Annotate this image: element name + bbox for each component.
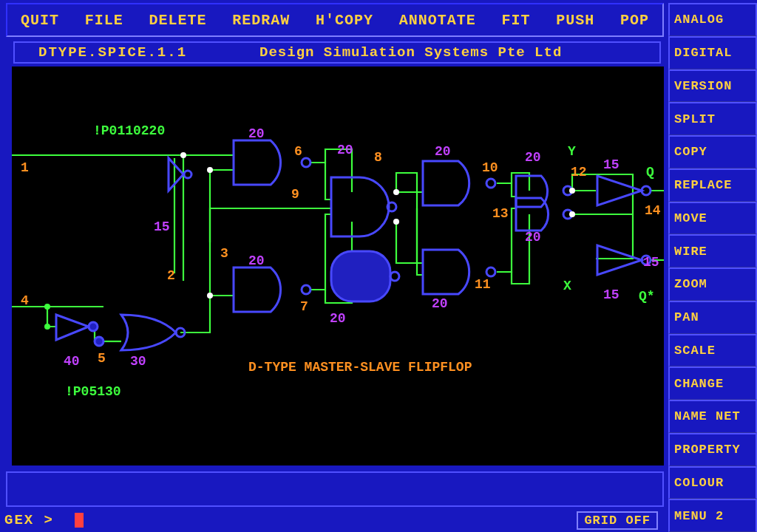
- fanout: 15: [154, 219, 170, 234]
- side-version[interactable]: VERSION: [668, 69, 757, 103]
- pin-number: 10: [482, 160, 498, 175]
- svg-point-19: [393, 219, 399, 225]
- title-bar: DTYPE.SPICE.1.1 Design Simulation System…: [13, 41, 661, 64]
- fanout: 20: [337, 143, 353, 157]
- fanout: 20: [330, 311, 346, 326]
- company-name: Design Simulation Systems Pte Ltd: [259, 44, 562, 61]
- menu-push[interactable]: PUSH: [556, 12, 594, 29]
- svg-point-12: [89, 322, 98, 331]
- pin-number: 3: [220, 246, 228, 261]
- fanout: 20: [525, 230, 541, 245]
- fanout: 15: [643, 255, 659, 270]
- status-bar: [6, 471, 664, 507]
- fanout: 20: [435, 144, 451, 159]
- svg-rect-4: [331, 251, 390, 301]
- svg-point-1: [302, 158, 310, 167]
- side-name-net[interactable]: NAME NET: [668, 400, 757, 433]
- svg-point-18: [393, 189, 399, 195]
- menu-annotate[interactable]: ANNOTATE: [399, 12, 476, 29]
- side-zoom[interactable]: ZOOM: [668, 267, 757, 301]
- pin-number: 7: [300, 299, 308, 314]
- fanout: 15: [603, 287, 619, 302]
- fanout: 20: [525, 150, 541, 165]
- side-replace[interactable]: REPLACE: [668, 168, 757, 202]
- svg-point-13: [95, 337, 103, 346]
- side-pan[interactable]: PAN: [668, 301, 757, 334]
- menu-fit[interactable]: FIT: [501, 12, 530, 29]
- svg-point-22: [44, 304, 50, 310]
- file-name: DTYPE.SPICE.1.1: [38, 44, 187, 61]
- side-analog[interactable]: ANALOG: [668, 3, 757, 36]
- signal-y: Y: [568, 144, 576, 159]
- net-label: !P05130: [65, 384, 121, 399]
- side-wire[interactable]: WIRE: [668, 234, 757, 267]
- svg-point-23: [44, 324, 50, 330]
- svg-point-5: [390, 272, 399, 281]
- svg-point-21: [569, 211, 575, 217]
- schematic-caption: D-TYPE MASTER-SLAVE FLIPFLOP: [248, 360, 472, 375]
- fanout: 15: [603, 157, 619, 172]
- signal-x: X: [563, 279, 571, 293]
- svg-point-15: [180, 152, 186, 158]
- side-colour[interactable]: COLOUR: [668, 466, 757, 499]
- fanout: 20: [248, 126, 265, 141]
- side-digital[interactable]: DIGITAL: [668, 36, 757, 69]
- schematic-canvas[interactable]: !P0110220 !P05130 1 2 3 4 5 6 7 8 9 10 1…: [12, 66, 664, 466]
- side-scale[interactable]: SCALE: [668, 334, 757, 367]
- menu-pop[interactable]: POP: [620, 12, 649, 29]
- pin-number: 6: [294, 144, 302, 159]
- side-menu: ANALOG DIGITAL VERSION SPLIT COPY REPLAC…: [668, 3, 757, 532]
- svg-point-20: [569, 188, 575, 194]
- svg-point-16: [207, 293, 213, 299]
- side-menu2[interactable]: MENU 2: [668, 499, 757, 532]
- pin-number: 9: [291, 187, 299, 202]
- fanout: 20: [432, 296, 448, 311]
- pin-number: 2: [167, 268, 175, 283]
- grid-toggle-button[interactable]: GRID OFF: [577, 511, 658, 530]
- cmd-prompt: GEX >: [4, 512, 54, 528]
- pin-number: 11: [475, 277, 491, 292]
- pin-number: 13: [492, 206, 509, 221]
- side-change[interactable]: CHANGE: [668, 366, 757, 400]
- pin-number: 1: [21, 160, 29, 175]
- svg-point-2: [302, 285, 310, 294]
- menu-hcopy[interactable]: H'COPY: [316, 12, 373, 29]
- top-menu-bar: QUIT FILE DELETE REDRAW H'COPY ANNOTATE …: [6, 3, 664, 37]
- pin-number: 4: [21, 293, 29, 308]
- menu-file[interactable]: FILE: [85, 12, 123, 29]
- svg-point-0: [184, 171, 191, 178]
- menu-quit[interactable]: QUIT: [21, 12, 59, 29]
- pin-number: 8: [374, 150, 382, 165]
- cursor-icon: [75, 513, 84, 528]
- svg-point-7: [486, 267, 495, 276]
- command-line[interactable]: GEX > GRID OFF: [3, 510, 665, 531]
- signal-q: Q: [646, 165, 654, 180]
- side-split[interactable]: SPLIT: [668, 102, 757, 135]
- pin-number: 12: [571, 165, 587, 180]
- signal-qn: Q*: [639, 289, 655, 304]
- pin-number: 14: [645, 203, 661, 218]
- menu-redraw[interactable]: REDRAW: [232, 12, 290, 29]
- pin-number: 5: [98, 351, 106, 366]
- side-property[interactable]: PROPERTY: [668, 433, 757, 466]
- svg-point-17: [207, 167, 213, 173]
- side-copy[interactable]: COPY: [668, 135, 757, 168]
- svg-point-6: [486, 179, 495, 188]
- menu-delete[interactable]: DELETE: [149, 12, 206, 29]
- side-move[interactable]: MOVE: [668, 202, 757, 235]
- fanout: 40: [64, 354, 80, 369]
- net-label: !P0110220: [93, 123, 165, 138]
- fanout: 20: [248, 253, 265, 268]
- fanout: 30: [130, 354, 146, 369]
